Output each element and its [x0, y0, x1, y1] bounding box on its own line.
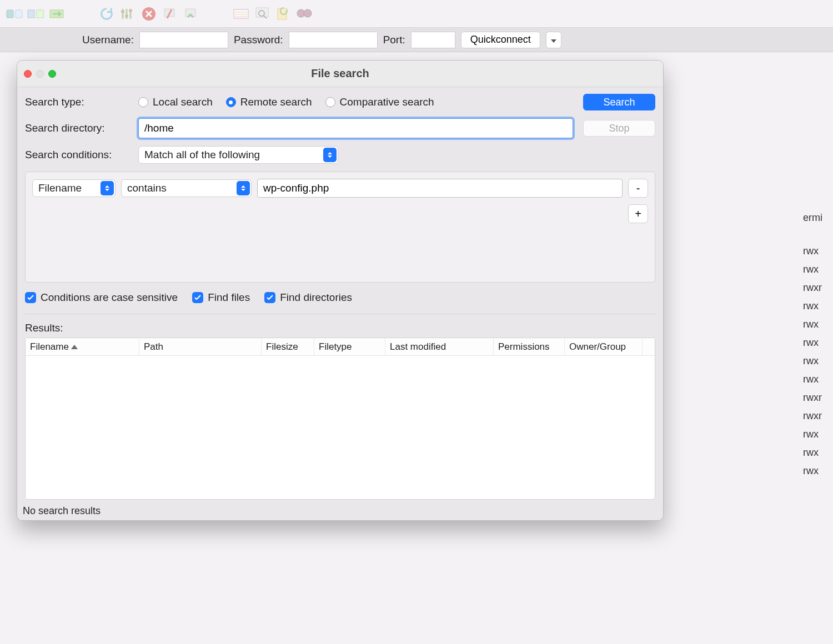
column-permissions[interactable]: Permissions — [494, 338, 565, 355]
radio-comparative-search[interactable]: Comparative search — [325, 96, 434, 108]
svg-rect-11 — [234, 9, 248, 18]
cancel-icon[interactable] — [139, 4, 159, 24]
column-filesize[interactable]: Filesize — [262, 338, 314, 355]
status-line: No search results — [17, 502, 663, 520]
search-conditions-label: Search conditions: — [25, 149, 131, 161]
username-input[interactable] — [139, 32, 228, 48]
chevron-updown-icon — [237, 181, 250, 195]
svg-point-16 — [304, 9, 312, 17]
password-label: Password: — [234, 34, 283, 46]
username-label: Username: — [82, 34, 134, 46]
radio-remote-search[interactable]: Remote search — [226, 96, 312, 108]
dialog-titlebar[interactable]: File search — [17, 61, 663, 87]
results-label: Results: — [25, 322, 655, 334]
disconnect-icon[interactable] — [160, 4, 180, 24]
add-condition-button[interactable]: + — [628, 204, 648, 223]
quickconnect-history-button[interactable] — [546, 32, 561, 48]
search-directory-label: Search directory: — [25, 122, 131, 134]
sort-asc-icon — [71, 345, 78, 349]
svg-point-6 — [125, 14, 128, 18]
port-input[interactable] — [411, 32, 455, 48]
remove-condition-button[interactable]: - — [628, 179, 648, 198]
search-button[interactable]: Search — [583, 94, 655, 110]
zoom-icon[interactable] — [48, 70, 56, 78]
conditions-area: Filename contains - + — [25, 172, 655, 283]
bg-perm-fragment: rwxrwxrwxrrwxrwxrwxrwxrwxrwxrrwxrrwxrwxr… — [803, 242, 833, 480]
minimize-icon[interactable] — [36, 70, 44, 78]
svg-rect-2 — [28, 10, 34, 18]
chevron-updown-icon — [101, 181, 114, 195]
compare-icon[interactable] — [26, 4, 46, 24]
file-search-dialog: File search Search type: Local search Re… — [17, 60, 664, 521]
refresh-icon[interactable] — [97, 4, 117, 24]
radio-local-search[interactable]: Local search — [138, 96, 213, 108]
checkbox-find-files[interactable]: Find files — [192, 291, 250, 304]
find-icon[interactable] — [294, 4, 314, 24]
password-input[interactable] — [289, 32, 378, 48]
port-label: Port: — [383, 34, 405, 46]
condition-value-input[interactable] — [257, 179, 623, 198]
quickconnect-button[interactable]: Quickconnect — [461, 32, 540, 48]
search-icon[interactable] — [252, 4, 272, 24]
condition-operator-select[interactable]: contains — [121, 179, 252, 197]
column-filename[interactable]: Filename — [26, 338, 139, 355]
filters-icon[interactable] — [118, 4, 138, 24]
checkbox-case-sensitive[interactable]: Conditions are case sensitive — [25, 291, 178, 304]
main-toolbar — [0, 0, 833, 28]
results-body — [26, 356, 655, 499]
queue-icon[interactable] — [231, 4, 251, 24]
search-type-label: Search type: — [25, 96, 131, 108]
svg-rect-0 — [7, 10, 13, 18]
chevron-updown-icon — [323, 148, 337, 162]
process-icon[interactable] — [273, 4, 293, 24]
svg-point-5 — [121, 10, 124, 13]
reconnect-icon[interactable] — [181, 4, 201, 24]
condition-field-select[interactable]: Filename — [32, 179, 116, 197]
results-header[interactable]: FilenamePathFilesizeFiletypeLast modifie… — [26, 338, 655, 356]
search-directory-input[interactable] — [138, 118, 573, 138]
column-last-modified[interactable]: Last modified — [385, 338, 494, 355]
column-filetype[interactable]: Filetype — [314, 338, 385, 355]
sync-browse-icon[interactable] — [47, 4, 67, 24]
results-table: FilenamePathFilesizeFiletypeLast modifie… — [25, 338, 655, 500]
column-path[interactable]: Path — [139, 338, 262, 355]
site-manager-icon[interactable] — [4, 4, 24, 24]
dialog-title: File search — [311, 67, 369, 80]
stop-button: Stop — [583, 120, 655, 137]
svg-point-7 — [129, 9, 132, 12]
checkbox-find-directories[interactable]: Find directories — [264, 291, 352, 304]
svg-rect-1 — [16, 10, 22, 18]
close-icon[interactable] — [24, 70, 32, 78]
column-owner-group[interactable]: Owner/Group — [565, 338, 643, 355]
quickconnect-bar: Username: Password: Port: Quickconnect — [0, 28, 833, 52]
match-mode-select[interactable]: Match all of the following — [138, 146, 338, 164]
svg-rect-3 — [37, 10, 43, 18]
bg-perm-header-fragment: ermi — [803, 210, 833, 225]
